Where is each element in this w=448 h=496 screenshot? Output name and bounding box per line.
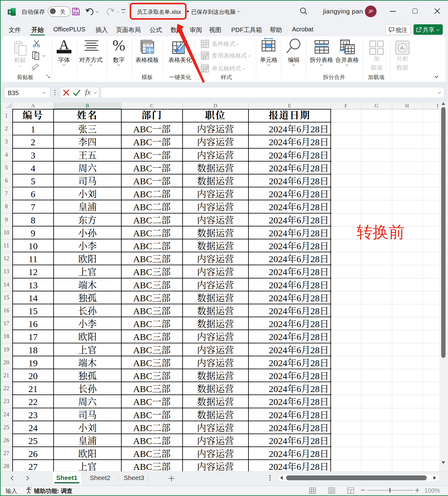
- svg-text:X: X: [9, 10, 11, 14]
